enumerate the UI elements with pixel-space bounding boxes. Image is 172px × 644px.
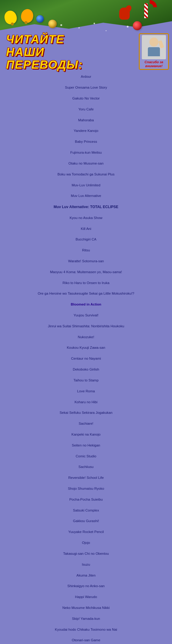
list-item[interactable]: Gakkou Gurashi! bbox=[0, 518, 172, 524]
list-item[interactable]: Waratte! Sotomura-san bbox=[0, 259, 172, 264]
avatar-figure bbox=[145, 36, 163, 59]
list-item[interactable]: Yuuyake Rocket Pencil bbox=[0, 529, 172, 535]
list-item[interactable]: Yuujou Survival! bbox=[0, 313, 172, 318]
list-item[interactable]: Boku wa Tomodachi ga Sukunai Plus bbox=[0, 172, 172, 177]
thanks-box: Спасибо за внимание! bbox=[139, 33, 169, 70]
list-item[interactable]: Kyou no Asuka Show bbox=[0, 215, 172, 221]
list-item[interactable]: Happi Warudo bbox=[0, 594, 172, 600]
ornament-blue-icon bbox=[36, 15, 44, 23]
list-item[interactable]: Ore ga Heroine wo Tasukesugite Sekai ga … bbox=[0, 291, 172, 296]
list-item[interactable]: Sachiiusu bbox=[0, 464, 172, 470]
title-area: ЧИТАЙТЕ НАШИ ПЕРЕВОДЫ: Спасибо за вниман… bbox=[0, 30, 172, 73]
avatar-head bbox=[149, 38, 158, 47]
list-item[interactable]: Sekai Seifuku Sekirara Jogakukan bbox=[0, 410, 172, 416]
list-item[interactable]: Yandere Kanojo bbox=[0, 128, 172, 134]
candy-cane-icon bbox=[144, 3, 148, 18]
list-item[interactable]: Baby Princess bbox=[0, 139, 172, 145]
list-item[interactable]: Bucchigiri CA bbox=[0, 237, 172, 242]
snow-dot bbox=[60, 24, 62, 26]
list-item[interactable]: Seiten no Hekigan bbox=[0, 443, 172, 448]
list-item[interactable]: Muv Luv Alternative: TOTAL ECLIPSE bbox=[0, 204, 172, 210]
list-item[interactable]: Ritsu bbox=[0, 248, 172, 253]
list-item[interactable]: Nukozuke! bbox=[0, 335, 172, 340]
list-item[interactable]: Mahoraba bbox=[0, 118, 172, 123]
list-item[interactable]: Jinrui wa Suitai Shimashita: Nonbirishit… bbox=[0, 324, 172, 329]
list-item[interactable]: Super Oresama Love Story bbox=[0, 85, 172, 90]
list-item[interactable]: Taihou to Stamp bbox=[0, 378, 172, 383]
ornament-gold-icon bbox=[48, 20, 57, 28]
list-item[interactable]: Akuma Jiten bbox=[0, 573, 172, 578]
thanks-label: Спасибо за внимание! bbox=[141, 60, 167, 68]
thanks-avatar bbox=[142, 35, 166, 59]
list-item[interactable]: Dekoboko Girlish bbox=[0, 367, 172, 372]
ornament-red-icon bbox=[133, 21, 142, 30]
list-item[interactable]: Satsuki Complex bbox=[0, 508, 172, 513]
list-item[interactable]: Neko Musume Michikusa Nikki bbox=[0, 605, 172, 611]
list-item[interactable]: Muv-Luv Unlimited bbox=[0, 183, 172, 188]
list-item[interactable]: Skip! Yamada-kun bbox=[0, 616, 172, 622]
avatar-body bbox=[148, 47, 160, 56]
list-item[interactable]: Love Roma bbox=[0, 389, 172, 394]
list-item[interactable]: Koukou Kyuuji Zawa-san bbox=[0, 345, 172, 351]
list-item[interactable]: Isuzu bbox=[0, 562, 172, 567]
list-item[interactable]: Kanpeki na Kanojo bbox=[0, 432, 172, 437]
list-item[interactable]: Yoru Cafe bbox=[0, 107, 172, 112]
list-item[interactable]: Otonari-san Game bbox=[0, 638, 172, 643]
list-item[interactable]: Muv Luv Alternative bbox=[0, 193, 172, 199]
list-item[interactable]: Fujimura-kun Meitsu bbox=[0, 150, 172, 155]
list-item[interactable]: Ardour bbox=[0, 74, 172, 80]
snow-dot bbox=[127, 26, 129, 28]
list-item[interactable]: Otaku no Musume-san bbox=[0, 161, 172, 166]
list-item[interactable]: Shojo Shumatsu Ryoko bbox=[0, 486, 172, 492]
list-item[interactable]: Bloomed in Action bbox=[0, 302, 172, 307]
list-item[interactable]: Gakuto No Vector bbox=[0, 96, 172, 101]
list-item[interactable]: Riko to Haru to Onsen to Iruka bbox=[0, 280, 172, 286]
list-item[interactable]: Koharu no Hibi bbox=[0, 400, 172, 405]
list-item[interactable]: Ojojo bbox=[0, 540, 172, 546]
list-item[interactable]: Kyoudai hodo Chikaku Tooimono wa Nai bbox=[0, 627, 172, 633]
manga-list-container: ArdourSuper Oresama Love StoryGakuto No … bbox=[0, 74, 172, 644]
list-item[interactable]: Shinkaigyo no Anko-san bbox=[0, 584, 172, 589]
list-item[interactable]: Comic Studio bbox=[0, 454, 172, 459]
list-item[interactable]: Reversible! School Life bbox=[0, 475, 172, 481]
snow-dot bbox=[94, 23, 95, 24]
list-item[interactable]: Maoyuu 4 Koma: Muitemasen yo, Maou-sama! bbox=[0, 270, 172, 275]
list-item[interactable]: Sachiare! bbox=[0, 421, 172, 427]
list-item[interactable]: Takasugi-san Chi no Obentou bbox=[0, 551, 172, 557]
snow-dot bbox=[78, 27, 80, 28]
mitten-icon bbox=[119, 8, 130, 20]
list-item[interactable]: Centaur no Nayami bbox=[0, 356, 172, 361]
list-item[interactable]: Pocha-Pocha Suieibu bbox=[0, 497, 172, 502]
list-item[interactable]: Kill Ani bbox=[0, 226, 172, 232]
manga-list-section: ArdourSuper Oresama Love StoryGakuto No … bbox=[0, 73, 172, 644]
